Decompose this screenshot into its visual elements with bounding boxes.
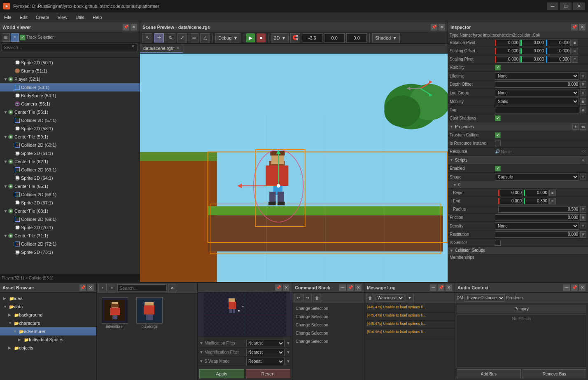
inspector-pin[interactable]: 📌 <box>571 24 578 30</box>
swrap-menu[interactable]: ▼ <box>286 359 290 364</box>
audio-context-pin[interactable]: ─ <box>563 284 570 291</box>
minification-dropdown[interactable]: Nearest Linear <box>246 340 285 347</box>
lifetime-menu[interactable]: ≡ <box>580 73 586 79</box>
magnification-dropdown[interactable]: Nearest Linear <box>246 349 285 356</box>
menu-help[interactable]: Help <box>89 12 106 22</box>
lod-group-menu[interactable]: ≡ <box>580 89 586 96</box>
shape-dropdown[interactable]: Capsule Box Circle <box>495 173 579 181</box>
maximize-button[interactable]: □ <box>560 2 572 10</box>
scene-preview-pin[interactable]: 📌 <box>431 24 437 30</box>
tag-input[interactable] <box>495 107 579 113</box>
tree-node-centertile71[interactable]: ▼ ◉ CenterTile (71:1) <box>0 232 140 240</box>
begin-y[interactable] <box>524 190 548 196</box>
asset-add-btn[interactable]: + <box>108 284 116 292</box>
command-stack-pin[interactable]: ─ <box>339 284 346 291</box>
tree-node-collider2d72[interactable]: ⬦ Collider 2D (72:1) <box>0 240 140 248</box>
inverse-distance-dropdown[interactable]: InverseDistance <box>464 294 505 302</box>
command-stack-close[interactable]: ✕ <box>355 284 362 291</box>
menu-edit[interactable]: Edit <box>16 12 32 22</box>
tree-node-sprite2d70[interactable]: ⬜ Sprite 2D (70:1) <box>0 223 140 232</box>
asset-search-close[interactable]: ✕ <box>168 284 176 292</box>
menu-create[interactable]: Create <box>32 12 54 22</box>
wv-btn-2[interactable]: ≡ <box>11 33 19 42</box>
inspector-close[interactable]: ✕ <box>579 24 586 30</box>
tool-rect[interactable]: ▭ <box>189 33 198 42</box>
cmd-item-3[interactable]: Change Selection <box>292 321 364 329</box>
end-x[interactable] <box>498 198 523 204</box>
asset-browser-pin[interactable]: 📌 <box>79 284 86 291</box>
tool-select[interactable]: ↖ <box>142 33 152 42</box>
tree-node-centertile59[interactable]: ▼ ◉ CenterTile (59:1) <box>0 133 140 141</box>
menu-utils[interactable]: Utils <box>71 12 88 22</box>
rotation-pivot-z[interactable] <box>546 40 571 46</box>
tree-node-sprite2d73[interactable]: ⬜ Sprite 2D (73:1) <box>0 248 140 256</box>
texture-preview-pin[interactable]: 📌 <box>275 284 282 291</box>
lifetime-dropdown[interactable]: None <box>495 72 579 80</box>
magnet-tool[interactable]: 🧲 <box>290 33 300 42</box>
stop-button[interactable]: ■ <box>257 33 266 42</box>
revert-button[interactable]: Revert <box>246 369 291 378</box>
world-viewer-close[interactable]: ✕ <box>131 24 137 30</box>
msg-clear-button[interactable]: 🗑 <box>366 294 374 302</box>
scaling-pivot-z[interactable] <box>546 56 571 63</box>
coord-x-input[interactable] <box>302 33 322 42</box>
undo-button[interactable]: ↩ <box>294 294 302 302</box>
asset-tree-item-objects[interactable]: ▶ 📁 objects <box>0 344 96 352</box>
scaling-pivot-y[interactable] <box>520 56 545 63</box>
cmd-item-4[interactable]: Change Selection <box>292 329 364 337</box>
shape-menu[interactable]: ≡ <box>580 174 586 180</box>
world-viewer-pin[interactable]: 📌 <box>123 24 129 30</box>
tree-node-centertile65[interactable]: ▼ ◉ CenterTile (65:1) <box>0 182 140 190</box>
remove-bus-button[interactable]: Remove Bus <box>523 369 587 378</box>
is-resource-instance-checkbox[interactable] <box>495 141 501 146</box>
scaling-offset-z[interactable] <box>546 48 571 54</box>
tree-node-centertile68[interactable]: ▼ ◉ CenterTile (68:1) <box>0 207 140 215</box>
debug-dropdown[interactable]: Debug ▼ <box>215 33 240 42</box>
rotation-pivot-x[interactable] <box>495 40 520 46</box>
wv-btn-1[interactable]: ⊞ <box>2 33 10 42</box>
is-sensor-checkbox[interactable] <box>495 240 501 246</box>
scene-canvas[interactable] <box>140 54 448 282</box>
tree-node-bodysprite[interactable]: ⬜ BodySprite (54:1) <box>0 91 140 100</box>
cmd-item-2[interactable]: Change Selection <box>292 312 364 321</box>
frustum-culling-checkbox[interactable]: ✓ <box>495 132 501 138</box>
scene-tab-close[interactable]: ✕ <box>176 46 180 50</box>
tree-node-collider2d66[interactable]: ⬦ Collider 2D (66:1) <box>0 190 140 199</box>
tree-node-centertile62[interactable]: ▼ ◉ CenterTile (62:1) <box>0 157 140 166</box>
end-y[interactable] <box>524 198 548 204</box>
depth-offset-menu[interactable]: ≡ <box>580 81 586 88</box>
shape-0-section[interactable]: ▼ 0 <box>448 181 588 189</box>
menu-file[interactable]: File <box>0 12 16 22</box>
collision-groups-section[interactable]: ▼ Collision Groups <box>448 247 588 254</box>
asset-tree-item-characters[interactable]: ▼ 📂 characters <box>0 319 96 327</box>
asset-tree-item-background[interactable]: ▶ 📁 background <box>0 311 96 319</box>
scripts-add[interactable]: + <box>580 157 586 163</box>
depth-offset-input[interactable] <box>495 81 579 88</box>
filter-expand[interactable]: ▼ <box>406 294 414 302</box>
tool-path[interactable]: △ <box>200 33 210 42</box>
asset-thumb-adventurer[interactable]: adventurer <box>98 295 131 331</box>
properties-section[interactable]: ▼ Properties + ≪ <box>448 122 588 131</box>
close-button[interactable]: ✕ <box>573 2 585 10</box>
2d-dropdown[interactable]: 2D ▼ <box>271 33 289 42</box>
tree-node-collider2d57[interactable]: ⬦ Collider 2D (57:1) <box>0 116 140 124</box>
asset-up-btn[interactable]: ↑ <box>98 284 107 292</box>
scaling-pivot-menu[interactable]: ≡ <box>572 56 578 63</box>
asset-tree-item-individual-sprites[interactable]: ▶ 📁 Individual Sprites <box>0 335 96 344</box>
search-close[interactable]: ✕ <box>131 44 135 49</box>
rotation-pivot-y[interactable] <box>520 40 545 46</box>
asset-thumb-player[interactable]: player.rgs <box>133 295 166 331</box>
friction-input[interactable] <box>495 214 579 221</box>
shading-dropdown[interactable]: Shaded ▼ <box>372 33 400 42</box>
density-dropdown[interactable]: None <box>495 222 579 230</box>
scene-tab-main[interactable]: data/scene.rgs* ✕ <box>140 44 183 53</box>
scaling-offset-y[interactable] <box>520 48 545 54</box>
tool-move[interactable]: ✛ <box>154 33 164 42</box>
clear-button[interactable]: 🗑 <box>313 294 321 302</box>
asset-browser-close[interactable]: ✕ <box>87 284 94 291</box>
scaling-pivot-x[interactable] <box>495 56 520 63</box>
minification-menu[interactable]: ▼ <box>286 341 290 345</box>
mobility-dropdown[interactable]: Static Dynamic <box>495 98 579 105</box>
add-bus-button[interactable]: Add Bus <box>457 369 521 378</box>
menu-view[interactable]: View <box>54 12 72 22</box>
